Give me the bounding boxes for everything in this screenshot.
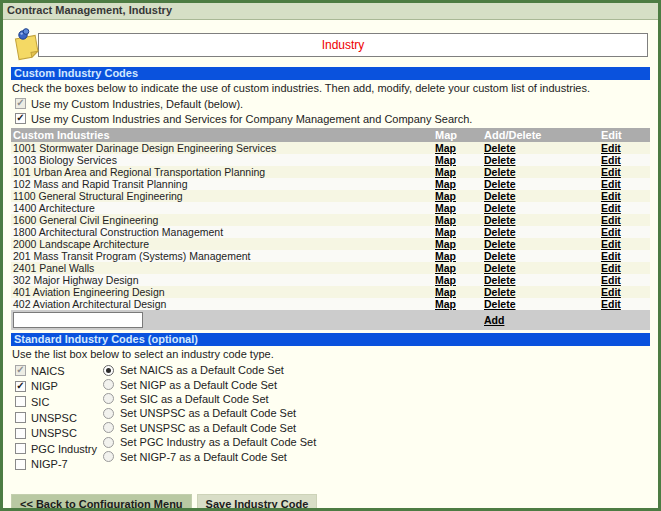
delete-link[interactable]: Delete	[484, 166, 516, 178]
delete-link[interactable]: Delete	[484, 250, 516, 262]
code-set-checkbox[interactable]	[15, 428, 26, 439]
map-link[interactable]: Map	[435, 226, 456, 238]
industry-name-cell: 302 Major Highway Design	[11, 274, 433, 286]
map-link-cell: Map	[433, 166, 482, 178]
delete-link[interactable]: Delete	[484, 262, 516, 274]
edit-link-cell: Edit	[599, 238, 650, 250]
edit-link[interactable]: Edit	[601, 274, 621, 286]
edit-link[interactable]: Edit	[601, 214, 621, 226]
delete-link[interactable]: Delete	[484, 238, 516, 250]
add-industry-row: Add	[11, 310, 650, 330]
edit-link-cell: Edit	[599, 262, 650, 274]
edit-link[interactable]: Edit	[601, 226, 621, 238]
edit-link[interactable]: Edit	[601, 142, 621, 154]
edit-link[interactable]: Edit	[601, 298, 621, 310]
delete-link[interactable]: Delete	[484, 298, 516, 310]
sticky-note-pin-icon	[11, 27, 43, 65]
default-code-set-radio[interactable]	[103, 437, 114, 448]
standard-industry-codes-header: Standard Industry Codes (optional)	[11, 333, 650, 346]
map-link[interactable]: Map	[435, 214, 456, 226]
back-to-configuration-menu-button[interactable]: << Back to Configuration Menu	[11, 494, 192, 511]
edit-link[interactable]: Edit	[601, 238, 621, 250]
map-link[interactable]: Map	[435, 178, 456, 190]
custom-industries-table: Custom Industries Map Add/Delete Edit 10…	[11, 128, 650, 330]
code-set-checkbox[interactable]	[15, 381, 26, 392]
delete-link[interactable]: Delete	[484, 178, 516, 190]
edit-link-cell: Edit	[599, 286, 650, 298]
default-radio-row: Set SIC as a Default Code Set	[103, 392, 316, 406]
edit-link[interactable]: Edit	[601, 166, 621, 178]
edit-link[interactable]: Edit	[601, 262, 621, 274]
custom-industries-tbody: 1001 Stormwater Darinage Design Engineer…	[11, 142, 650, 310]
edit-link[interactable]: Edit	[601, 286, 621, 298]
edit-link[interactable]: Edit	[601, 190, 621, 202]
map-link[interactable]: Map	[435, 250, 456, 262]
new-industry-input[interactable]	[13, 312, 143, 328]
map-link[interactable]: Map	[435, 202, 456, 214]
custom-industry-codes-header: Custom Industry Codes	[11, 67, 650, 80]
map-link-cell: Map	[433, 274, 482, 286]
industry-name-cell: 402 Aviation Architectural Design	[11, 298, 433, 310]
map-link[interactable]: Map	[435, 238, 456, 250]
code-set-checkbox[interactable]	[15, 412, 26, 423]
default-code-set-radio[interactable]	[103, 379, 114, 390]
code-set-checkbox[interactable]	[15, 443, 26, 454]
code-set-checkbox[interactable]	[15, 459, 26, 470]
map-link[interactable]: Map	[435, 190, 456, 202]
code-set-label: UNSPSC	[31, 412, 77, 424]
checkbox[interactable]	[15, 113, 26, 124]
default-code-set-radio[interactable]	[103, 422, 114, 433]
map-link-cell: Map	[433, 154, 482, 166]
column-header-custom-industries: Custom Industries	[11, 128, 433, 142]
map-link[interactable]: Map	[435, 298, 456, 310]
default-radio-row: Set NIGP as a Default Code Set	[103, 377, 316, 391]
map-link[interactable]: Map	[435, 166, 456, 178]
code-set-label: NIGP-7	[31, 458, 68, 470]
code-set-row: UNSPSC	[11, 410, 103, 426]
edit-link-cell: Edit	[599, 154, 650, 166]
custom-usage-checkbox-row: Use my Custom Industries, Default (below…	[11, 96, 650, 111]
delete-link[interactable]: Delete	[484, 214, 516, 226]
default-radio-label: Set UNSPSC as a Default Code Set	[120, 407, 296, 419]
default-code-set-radio[interactable]	[103, 408, 114, 419]
delete-link[interactable]: Delete	[484, 274, 516, 286]
delete-link-cell: Delete	[482, 142, 599, 154]
map-link[interactable]: Map	[435, 142, 456, 154]
delete-link[interactable]: Delete	[484, 202, 516, 214]
default-code-set-radio[interactable]	[103, 365, 114, 376]
delete-link[interactable]: Delete	[484, 154, 516, 166]
delete-link-cell: Delete	[482, 166, 599, 178]
map-link[interactable]: Map	[435, 262, 456, 274]
map-link[interactable]: Map	[435, 154, 456, 166]
map-link[interactable]: Map	[435, 286, 456, 298]
default-code-set-radio[interactable]	[103, 451, 114, 462]
table-row: 102 Mass and Rapid Transit PlanningMapDe…	[11, 178, 650, 190]
map-link-cell: Map	[433, 262, 482, 274]
default-radio-row: Set NAICS as a Default Code Set	[103, 363, 316, 377]
delete-link[interactable]: Delete	[484, 190, 516, 202]
edit-link[interactable]: Edit	[601, 250, 621, 262]
table-row: 1003 Biology ServicesMapDeleteEdit	[11, 154, 650, 166]
delete-link[interactable]: Delete	[484, 142, 516, 154]
delete-link-cell: Delete	[482, 250, 599, 262]
delete-link-cell: Delete	[482, 178, 599, 190]
edit-link-cell: Edit	[599, 142, 650, 154]
edit-link[interactable]: Edit	[601, 154, 621, 166]
delete-link-cell: Delete	[482, 202, 599, 214]
edit-link-cell: Edit	[599, 274, 650, 286]
delete-link-cell: Delete	[482, 298, 599, 310]
table-header-row: Custom Industries Map Add/Delete Edit	[11, 128, 650, 142]
map-link[interactable]: Map	[435, 274, 456, 286]
checkbox-label: Use my Custom Industries and Services fo…	[31, 113, 472, 125]
code-set-label: NIGP	[31, 380, 58, 392]
industry-name-cell: 2000 Landscape Architecture	[11, 238, 433, 250]
add-link[interactable]: Add	[484, 314, 504, 326]
code-set-label: UNSPSC	[31, 427, 77, 439]
delete-link[interactable]: Delete	[484, 286, 516, 298]
save-industry-code-button[interactable]: Save Industry Code	[197, 494, 318, 511]
code-set-checkbox[interactable]	[15, 396, 26, 407]
edit-link[interactable]: Edit	[601, 202, 621, 214]
delete-link[interactable]: Delete	[484, 226, 516, 238]
edit-link[interactable]: Edit	[601, 178, 621, 190]
default-code-set-radio[interactable]	[103, 393, 114, 404]
